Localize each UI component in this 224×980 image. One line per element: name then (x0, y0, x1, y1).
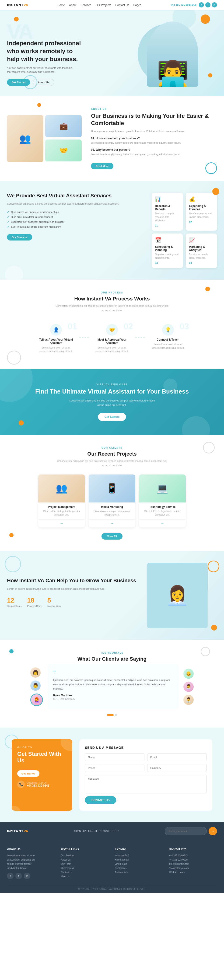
nav-link-about[interactable]: About (69, 3, 76, 7)
newsletter-email-input[interactable] (165, 827, 207, 835)
service-card-1: 📊 Research & Reports Track and compile r… (152, 192, 183, 231)
service-title-3: Scheduling & Planning (155, 245, 180, 252)
newsletter-submit-button[interactable]: → (209, 827, 217, 835)
process-step-2: 02 🤝 Meet & Approval Your Assistant Lore… (89, 319, 135, 358)
hero-about-button[interactable]: About Us (33, 79, 54, 86)
process-step-title-3: Connect & Teach (148, 338, 188, 341)
nav-link-projects[interactable]: Our Projects (95, 3, 111, 7)
project-image-1: 👥 (38, 474, 85, 503)
project-emoji-1: 👥 (56, 483, 67, 494)
social-twitter[interactable]: t (205, 2, 210, 8)
testi-avatar-3[interactable]: 👩‍🦰 (30, 694, 43, 706)
footer-explore-3[interactable]: Virtual Staff (115, 862, 163, 866)
about-description: Donec posuere vulputate arcu gravida fau… (91, 129, 217, 134)
contact-get-started-button[interactable]: Get Started (17, 770, 40, 777)
testi-avatar-4[interactable]: 👴 (183, 668, 194, 679)
about-q2-text: Lorem ipsum is simply dummy text of the … (91, 152, 217, 156)
testi-dot-1[interactable] (107, 714, 114, 716)
form-phone-input[interactable] (85, 764, 145, 772)
nav-link-services[interactable]: Services (81, 3, 91, 7)
footer-social-facebook[interactable]: f (7, 873, 14, 879)
footer-social-twitter[interactable]: t (15, 873, 22, 879)
service-title-1: Research & Reports (155, 204, 180, 211)
footer-explore-4[interactable]: Our Clients (115, 866, 163, 870)
form-row-2 (85, 764, 207, 772)
form-email-input[interactable] (147, 753, 207, 761)
contact-phone-number: +44 383 439 0343 (27, 784, 49, 788)
footer-link-meet[interactable]: Meet Us (61, 875, 109, 879)
footer: About Us Lorem ipsum dolor sit amet cons… (0, 840, 224, 893)
footer-explore-1[interactable]: What We Do? (115, 854, 163, 858)
footer-explore-2[interactable]: How It Works (115, 858, 163, 862)
social-linkedin[interactable]: in (212, 2, 217, 8)
contact-orange-decor-1 (61, 739, 72, 751)
footer-bottom: COPYRIGHT 2023. INSTANTVA.COM ALL RIGHTS… (7, 885, 217, 891)
about-q2: 02. Why become our partner? Lorem ipsum … (91, 148, 217, 156)
project-link-icon-2[interactable]: → (110, 521, 114, 526)
process-description: Consectetuer adipiscing elit sed do eius… (54, 304, 170, 312)
testi-quote: Quisnam sed, qui dolorem ipsum quia dolo… (53, 678, 173, 691)
nav-link-contact[interactable]: Contact Us (115, 3, 129, 7)
process-decor-2 (205, 287, 210, 291)
testi-avatar-5[interactable]: 👩‍💼 (183, 682, 194, 692)
project-link-icon-1[interactable]: → (60, 521, 64, 526)
service-title-2: Expensing & Invoices (189, 204, 214, 211)
service-icon-4: 📈 (189, 237, 214, 243)
about-read-more-button[interactable]: Read More (91, 163, 113, 169)
project-card-3: 💻 Technology Service Cilum dolore eu fug… (139, 474, 186, 527)
testi-avatar-1[interactable]: 👩 (30, 667, 41, 678)
footer-about-line-1: Lorem ipsum dolor sit amet (7, 854, 55, 858)
nav-link-pages[interactable]: Pages (133, 3, 141, 7)
virtual-decor-1 (0, 369, 33, 402)
footer-link-contact[interactable]: Contact Us (61, 870, 109, 875)
contact-inner: GUIDE TO Get Started With Us Get Started… (12, 739, 212, 811)
testi-decor-1 (201, 647, 210, 656)
services-button[interactable]: Our Services (7, 234, 32, 240)
projects-view-all-wrapper: View All (7, 527, 217, 539)
services-decor-2 (212, 188, 219, 195)
footer-contact-phone-1: +44 383 439 0343 (169, 854, 217, 858)
footer-social-linkedin[interactable]: in (24, 873, 30, 879)
footer-explore-heading: Explore (115, 847, 163, 851)
services-heading: We Provide Best Virtual Assistant Servic… (7, 192, 142, 199)
footer-link-process[interactable]: Our Process (61, 866, 109, 870)
grow-stat-label-1: Happy Clients (7, 604, 21, 608)
hero-get-started-button[interactable]: Get Started (7, 79, 30, 86)
service-num-2: 02 (189, 221, 214, 223)
about-heading: Our Business is to Making Your life Easi… (91, 112, 217, 127)
testi-avatar-2[interactable]: 👨 (30, 681, 41, 691)
process-step-title-2: Meet & Approval Your Assistant (92, 338, 132, 345)
footer-about-line-2: consectetuer adipiscing elit (7, 858, 55, 862)
footer-link-team[interactable]: Our Team (61, 862, 109, 866)
view-all-button[interactable]: View All (102, 533, 122, 539)
testi-dot-2[interactable] (115, 714, 117, 716)
about-images: 👥 💼 🤝 (7, 115, 82, 162)
about-content: ABOUT US Our Business is to Making Your … (91, 108, 217, 169)
form-company-input[interactable] (147, 764, 207, 772)
footer-about-line-4: incididunt ut labore (7, 866, 55, 870)
footer-contact-web: www.instantva.com (169, 866, 217, 870)
hero-person-image: 👨‍💻 (147, 21, 199, 87)
nav-link-home[interactable]: Home (57, 3, 65, 7)
hero-subtext: You can easily entrust our virtual assis… (7, 66, 77, 74)
project-desc-2: Cilum dolore eu fugiat nulla pariatur ex… (92, 509, 132, 517)
contact-submit-button[interactable]: CONTACT US (85, 796, 116, 804)
testi-author-role: CEO, Tech Company (53, 697, 173, 701)
form-name-input[interactable] (85, 753, 145, 761)
testi-avatar-6[interactable]: 👨‍💼 (183, 695, 194, 705)
grow-content: How Instant VA Can Help You to Grow Your… (7, 578, 138, 614)
projects-decor-1 (203, 442, 214, 453)
footer-link-about[interactable]: About Us (61, 858, 109, 862)
contact-left-tag: GUIDE TO (17, 746, 67, 749)
contact-left: GUIDE TO Get Started With Us Get Started… (12, 739, 72, 811)
social-facebook[interactable]: f (199, 2, 204, 8)
footer-explore-5[interactable]: Testimonials (115, 870, 163, 875)
form-message-textarea[interactable] (85, 775, 207, 793)
grow-stat-num-1: 12 (7, 597, 21, 604)
project-cards: 👥 Project Management Cilum dolore eu fug… (7, 474, 217, 527)
virtual-get-started-button[interactable]: Get Started (98, 413, 126, 421)
project-footer-2: → (89, 519, 135, 527)
project-link-icon-3[interactable]: → (160, 521, 164, 526)
footer-link-services[interactable]: Our Services (61, 854, 109, 858)
process-heading: How Instant VA Process Works (7, 296, 217, 302)
